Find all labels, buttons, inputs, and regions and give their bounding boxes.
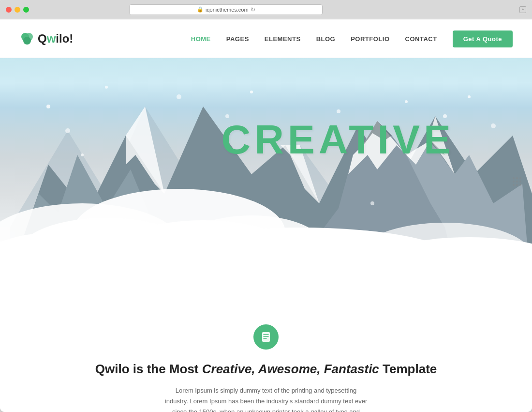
scroll-dot: [513, 184, 515, 186]
section-title: Qwilo is the Most Creative, Awesome, Fan…: [10, 361, 522, 378]
refresh-icon[interactable]: ↻: [251, 6, 255, 13]
svg-point-36: [81, 153, 84, 156]
scroll-dot: [519, 177, 521, 179]
svg-point-42: [370, 201, 374, 205]
logo-text: Qwilo!: [38, 32, 73, 46]
svg-point-39: [337, 109, 340, 113]
scroll-dot: [519, 181, 521, 183]
logo-icon: [19, 31, 35, 46]
traffic-lights: [6, 7, 29, 13]
document-icon: [260, 331, 272, 343]
nav-item-elements[interactable]: ELEMENTS: [265, 34, 301, 43]
title-part1: Qwilo is the Most: [95, 362, 202, 376]
nav-links: HOME PAGES ELEMENTS BLOG PORTFOLIO CONTA…: [191, 34, 513, 43]
scroll-dot: [513, 181, 515, 183]
scroll-dots: [513, 177, 521, 186]
browser-titlebar: 🔒 iqonicthemes.com ↻ +: [0, 0, 532, 19]
maximize-button[interactable]: [23, 7, 29, 13]
section-icon: [253, 324, 279, 350]
scroll-dot: [516, 181, 518, 183]
nav-link-blog[interactable]: BLOG: [316, 35, 336, 43]
nav-link-home[interactable]: HOME: [191, 35, 211, 43]
scroll-dot: [519, 184, 521, 186]
nav-item-pages[interactable]: PAGES: [226, 34, 249, 43]
hero-section: CREATIVE: [0, 58, 532, 305]
address-bar[interactable]: 🔒 iqonicthemes.com ↻: [129, 4, 323, 15]
scroll-dot: [513, 177, 515, 179]
svg-rect-43: [262, 332, 270, 342]
nav-item-blog[interactable]: BLOG: [316, 34, 336, 43]
title-part2: Template: [379, 362, 437, 376]
svg-point-32: [177, 94, 181, 99]
url-text: iqonicthemes.com: [206, 7, 249, 13]
title-italic: Creative, Awesome, Fantastic: [202, 362, 379, 376]
svg-point-41: [250, 91, 253, 93]
cta-button[interactable]: Get A Quote: [453, 31, 513, 47]
browser-window: 🔒 iqonicthemes.com ↻ + Qwilo! HOME PAGES…: [0, 0, 532, 412]
navbar: Qwilo! HOME PAGES ELEMENTS BLOG PORTFOLI…: [0, 19, 532, 58]
website-content: Qwilo! HOME PAGES ELEMENTS BLOG PORTFOLI…: [0, 19, 532, 412]
svg-point-40: [65, 128, 70, 133]
nav-item-home[interactable]: HOME: [191, 34, 211, 43]
logo-highlight: w: [47, 32, 56, 45]
nav-item-portfolio[interactable]: PORTFOLIO: [351, 34, 389, 43]
nav-item-cta[interactable]: Get A Quote: [453, 34, 513, 43]
scroll-dot: [516, 184, 518, 186]
section-body: Lorem Ipsum is simply dummy text of the …: [164, 385, 368, 412]
hero-headline: CREATIVE: [222, 116, 455, 163]
minimize-button[interactable]: [15, 7, 20, 13]
nav-link-contact[interactable]: CONTACT: [405, 35, 437, 43]
scroll-dot: [516, 177, 518, 179]
content-section: Qwilo is the Most Creative, Awesome, Fan…: [0, 305, 532, 412]
expand-icon[interactable]: +: [519, 6, 526, 13]
nav-item-contact[interactable]: CONTACT: [405, 34, 437, 43]
nav-link-portfolio[interactable]: PORTFOLIO: [351, 35, 389, 43]
close-button[interactable]: [6, 7, 12, 13]
svg-point-31: [105, 86, 108, 89]
scroll-indicator: [510, 174, 524, 189]
svg-point-2: [23, 37, 31, 45]
nav-link-elements[interactable]: ELEMENTS: [265, 35, 301, 43]
svg-point-35: [491, 123, 496, 128]
lock-icon: 🔒: [197, 6, 204, 13]
svg-point-34: [468, 95, 471, 98]
nav-link-pages[interactable]: PAGES: [226, 35, 249, 43]
logo[interactable]: Qwilo!: [19, 31, 73, 46]
mountain-illustration: [0, 58, 532, 305]
svg-point-38: [405, 100, 408, 103]
svg-point-30: [46, 105, 50, 108]
